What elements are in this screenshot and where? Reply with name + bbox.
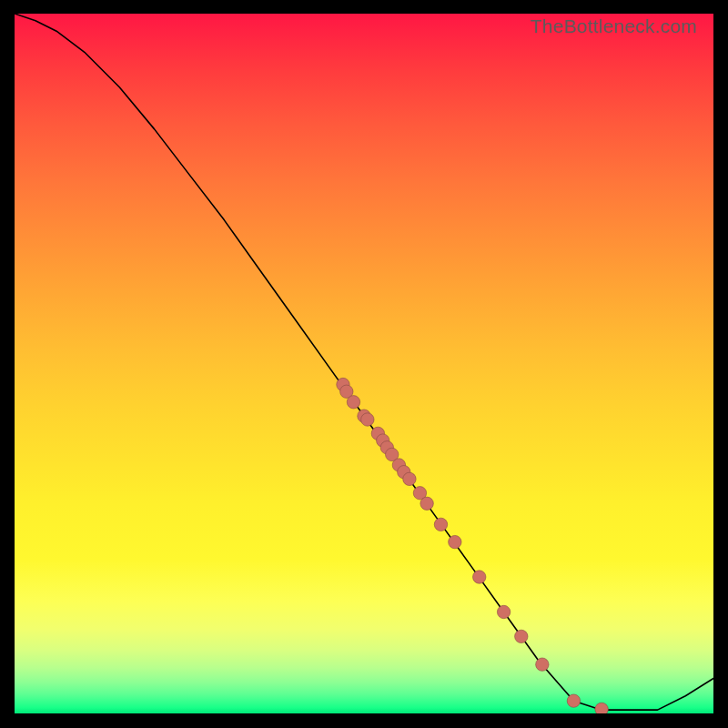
sample-points-group [337, 378, 609, 713]
sample-point [473, 571, 486, 583]
sample-point [595, 703, 608, 713]
sample-point [536, 658, 549, 671]
sample-point [449, 535, 461, 548]
sample-point [361, 413, 374, 426]
sample-point [347, 396, 359, 409]
chart-frame: TheBottleneck.com [0, 0, 728, 728]
plot-area: TheBottleneck.com [15, 14, 713, 713]
sample-point [434, 518, 447, 531]
sample-point [515, 630, 528, 642]
sample-point [567, 694, 580, 707]
bottleneck-curve [15, 14, 713, 710]
sample-point [497, 605, 510, 618]
sample-point [420, 497, 433, 510]
chart-overlay [15, 14, 713, 713]
sample-point [403, 472, 416, 485]
